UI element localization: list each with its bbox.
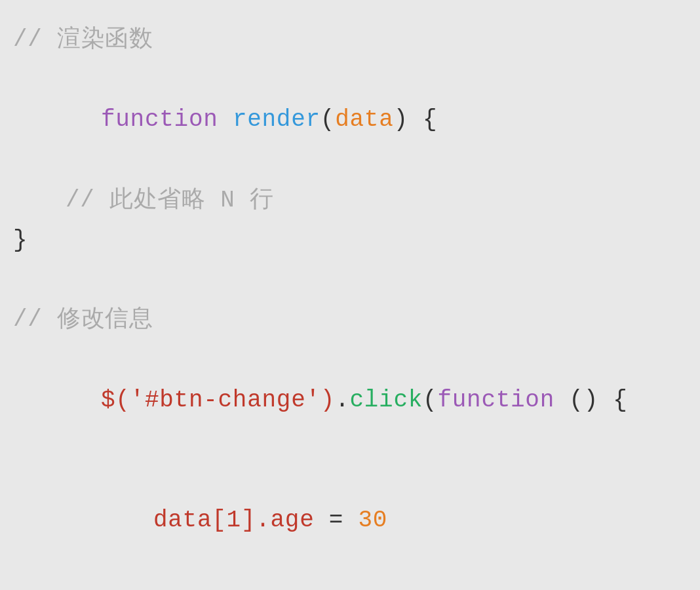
func-name-render: render — [233, 106, 321, 133]
paren-open-2: ( — [423, 387, 437, 414]
jquery-click-line: $('#btn-change').click(function () { — [13, 340, 687, 460]
paren-close: ) { — [393, 106, 437, 133]
data-age-line: data[1].age = 30 — [13, 460, 687, 581]
data-address-line: data[2].address = '深圳' — [13, 580, 687, 590]
paren-open: ( — [321, 106, 335, 133]
keyword-function: function — [101, 106, 218, 133]
jquery-selector: $('#btn-change') — [101, 387, 335, 414]
space-paren: () { — [554, 387, 628, 414]
brace-close-1: } — [13, 220, 687, 260]
code-container: // 渲染函数 function render(data) { // 此处省略 … — [0, 0, 700, 590]
code-block: // 渲染函数 function render(data) { // 此处省略 … — [13, 20, 687, 590]
gap-1 — [13, 260, 687, 300]
click-method: click — [349, 387, 423, 414]
equals-1: = — [315, 507, 359, 534]
comment-omit: // 此处省略 N 行 — [13, 180, 687, 220]
space — [218, 106, 233, 133]
dot-1: . — [335, 387, 349, 414]
keyword-function-2: function — [437, 387, 554, 414]
number-30: 30 — [359, 507, 388, 534]
function-declaration: function render(data) { — [13, 60, 687, 180]
comment-render: // 渲染函数 — [13, 20, 687, 60]
comment-change: // 修改信息 — [13, 300, 687, 340]
data-age-prop: data[1].age — [153, 507, 315, 534]
param-data: data — [335, 106, 393, 133]
